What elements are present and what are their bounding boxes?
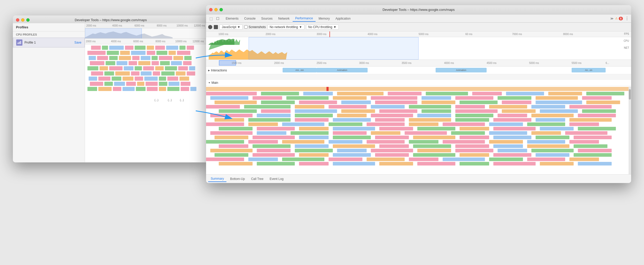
svg-rect-252: [489, 158, 523, 161]
tab-call-tree[interactable]: Call Tree: [249, 176, 266, 182]
svg-rect-73: [126, 82, 136, 86]
ov-tick-5000: 5000 ms: [419, 33, 428, 36]
svg-rect-245: [206, 158, 244, 161]
js-selector[interactable]: JavaScript ▼: [219, 24, 243, 30]
svg-rect-156: [248, 118, 291, 122]
inspector-icon-2[interactable]: ☐: [215, 16, 221, 21]
window-performance: Developer Tools – https://www.google.com…: [206, 5, 631, 183]
warning-icon: ⚠: [615, 17, 618, 20]
svg-rect-46: [135, 66, 142, 70]
svg-rect-185: [210, 131, 252, 135]
svg-rect-101: [472, 92, 502, 95]
svg-rect-149: [371, 114, 413, 117]
close-button-2[interactable]: [209, 8, 213, 11]
svg-rect-38: [152, 61, 159, 65]
flame-tick-12000: 12000 ms: [193, 40, 204, 43]
svg-rect-132: [489, 105, 527, 109]
scrollbar-v-2[interactable]: [629, 87, 631, 174]
overview-svg: [209, 37, 621, 60]
more-icon-2[interactable]: ≫: [610, 17, 614, 20]
svg-rect-28: [141, 56, 150, 60]
tab-memory-2[interactable]: Memory: [316, 16, 332, 21]
svg-rect-24: [97, 56, 108, 60]
tab-summary[interactable]: Summary: [208, 176, 226, 182]
minimize-button-1[interactable]: [21, 18, 24, 22]
cpu-throttle-button[interactable]: No CPU throttling ▼: [306, 24, 339, 30]
svg-rect-146: [257, 114, 291, 117]
svg-rect-80: [98, 87, 112, 91]
tab-icons-2: ⬚ ☐: [208, 16, 221, 21]
minimize-button-2[interactable]: [214, 8, 218, 11]
svg-rect-51: [189, 66, 195, 70]
traffic-lights-2: [209, 8, 223, 11]
svg-rect-70: [90, 82, 103, 86]
svg-rect-139: [379, 109, 417, 113]
svg-rect-178: [333, 127, 375, 130]
svg-rect-160: [409, 118, 451, 122]
svg-rect-93: [206, 87, 629, 91]
profile-icon: [16, 39, 22, 46]
svg-rect-86: [167, 87, 180, 91]
svg-rect-96: [261, 92, 299, 95]
svg-rect-147: [295, 114, 333, 117]
tab-sources-2[interactable]: Sources: [259, 16, 275, 21]
tab-performance-2[interactable]: Performance: [293, 15, 316, 22]
screenshots-checkbox[interactable]: Screenshots: [244, 25, 266, 29]
svg-rect-179: [379, 127, 413, 130]
more-tabs-2: ≫ ⚠ 6 ⋮: [610, 16, 629, 21]
tab-bottom-up[interactable]: Bottom-Up: [227, 176, 247, 182]
perf-stop-button[interactable]: [214, 25, 218, 29]
svg-rect-244: [574, 153, 612, 157]
maximize-button-2[interactable]: [219, 8, 223, 11]
tab-network-2[interactable]: Network: [276, 16, 292, 21]
close-button-1[interactable]: [16, 18, 19, 22]
svg-rect-115: [215, 101, 257, 104]
tab-elements-2[interactable]: Elements: [223, 16, 241, 21]
main-section-header: ▼ Main: [206, 80, 631, 86]
svg-rect-164: [569, 118, 612, 122]
interactions-row: ▶ Interactions Ani...ion Animation Anima…: [206, 67, 631, 74]
maximize-button-1[interactable]: [26, 18, 30, 22]
svg-rect-83: [136, 87, 146, 91]
svg-rect-95: [206, 92, 257, 95]
svg-rect-107: [286, 96, 329, 100]
svg-text:(...): (...): [155, 99, 158, 102]
cursor-icon-2[interactable]: ⬚: [208, 16, 214, 21]
svg-rect-57: [153, 71, 160, 76]
svg-rect-9: [135, 46, 146, 50]
svg-rect-99: [388, 92, 421, 95]
flame-chart-area: 2000 ms 4000 ms 6000 ms 8000 ms 10000 ms…: [85, 39, 209, 162]
save-profile-button[interactable]: Save: [74, 41, 81, 44]
profile-item-1[interactable]: Profile 1 Save: [13, 38, 85, 47]
svg-rect-48: [155, 66, 164, 70]
svg-rect-226: [257, 149, 291, 152]
svg-rect-47: [143, 66, 154, 70]
network-throttle-button[interactable]: No network throttling ▼: [267, 24, 304, 30]
menu-icon-2[interactable]: ⋮: [625, 16, 629, 21]
screenshots-check[interactable]: [244, 25, 248, 29]
svg-rect-81: [113, 87, 121, 91]
svg-rect-138: [341, 109, 375, 113]
svg-rect-121: [460, 101, 498, 104]
tick-2000: 2000 ms: [86, 24, 96, 27]
svg-rect-78: [181, 82, 190, 86]
main-label: Main: [211, 81, 218, 85]
svg-rect-189: [371, 131, 401, 135]
svg-rect-214: [569, 140, 599, 144]
svg-rect-199: [375, 136, 409, 139]
tab-application-2[interactable]: Application: [333, 16, 353, 21]
svg-rect-262: [493, 162, 536, 165]
svg-rect-36: [129, 61, 137, 65]
tab-event-log[interactable]: Event Log: [267, 176, 286, 182]
perf-record-button[interactable]: [208, 25, 212, 29]
tab-console-2[interactable]: Console: [242, 16, 258, 21]
svg-rect-181: [460, 127, 489, 130]
svg-rect-167: [282, 122, 324, 126]
main-flame-chart: [206, 87, 629, 174]
svg-rect-84: [147, 87, 158, 91]
tick-8000: 8000 ms: [157, 24, 166, 27]
svg-rect-172: [489, 122, 523, 126]
svg-rect-192: [489, 131, 527, 135]
tick-6000: 6000 ms: [134, 24, 144, 27]
svg-rect-39: [160, 61, 170, 65]
